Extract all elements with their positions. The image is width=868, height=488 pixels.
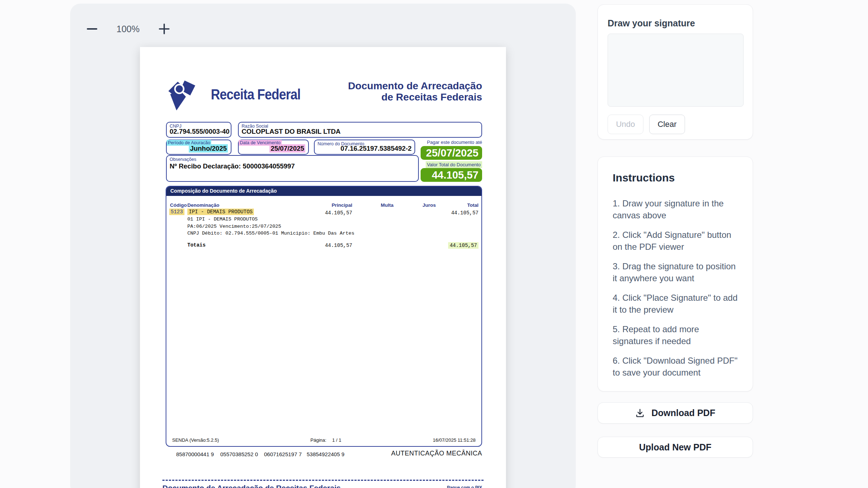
- zoom-in-button[interactable]: [156, 21, 172, 37]
- pdf-viewer-panel: 100% Receita Federal Documento de Arreca…: [70, 4, 576, 488]
- instruction-step: 5. Repeat to add more signatures if need…: [613, 323, 740, 347]
- valor-total-value: 44.105,57: [421, 168, 482, 182]
- totals-principal: 44.105,57: [312, 243, 352, 248]
- pagina-label: Página:: [310, 437, 326, 443]
- download-icon: [635, 408, 645, 418]
- autenticacao-mecanica-label: AUTENTICAÇÃO MECÂNICA: [391, 450, 482, 457]
- signature-card: Draw your signature Undo Clear: [597, 4, 753, 140]
- print-timestamp: 16/07/2025 11:51:28: [433, 437, 476, 443]
- table-footer: SENDA (Versão:5.2.5) Página: 1 / 1 16/07…: [172, 437, 476, 443]
- pagina-value: 1 / 1: [332, 437, 341, 443]
- signature-canvas[interactable]: [608, 34, 744, 107]
- barcode-number: 06071625197 7: [264, 451, 302, 457]
- col-header-principal: Principal: [312, 202, 352, 208]
- field-razao-value: COLOPLAST DO BRASIL LTDA: [242, 128, 478, 136]
- senda-version: SENDA (Versão:5.2.5): [172, 437, 219, 443]
- row-denominacao: IPI - DEMAIS PRODUTOS: [187, 209, 254, 215]
- instructions-card: Instructions 1. Draw your signature in t…: [597, 157, 753, 391]
- download-pdf-button[interactable]: Download PDF: [597, 402, 753, 424]
- app-root: 100% Receita Federal Documento de Arreca…: [0, 0, 868, 488]
- zoom-level: 100%: [116, 24, 140, 34]
- field-numero-value: 07.16.25197.5385492-2: [318, 145, 412, 153]
- zoom-out-button[interactable]: [84, 21, 100, 37]
- row-codigo: 5123: [169, 209, 184, 215]
- signature-card-title: Draw your signature: [608, 18, 743, 29]
- undo-button[interactable]: Undo: [608, 115, 643, 134]
- row-detail-line: CNPJ Débito: 02.794.555/0005-01 Municipi…: [187, 230, 354, 237]
- pagar-ate-value: 25/07/2025: [421, 146, 482, 160]
- document-title-line1: Documento de Arrecadação: [348, 80, 482, 91]
- instruction-step: 1. Draw your signature in the canvas abo…: [613, 197, 740, 221]
- col-header-multa: Multa: [354, 202, 393, 208]
- composition-section-title: Composição do Documento de Arrecadação: [166, 186, 482, 196]
- barcode-number: 05570385252 0: [220, 451, 258, 457]
- row-detail-line: 01 IPI - DEMAIS PRODUTOS: [187, 216, 354, 223]
- field-cnpj: CNPJ 02.794.555/0003-40: [166, 122, 231, 138]
- col-header-total: Total: [439, 202, 478, 208]
- instruction-step: 6. Click "Download Signed PDF" to save y…: [613, 355, 740, 378]
- receita-federal-logo-text: Receita Federal: [211, 86, 301, 103]
- pagar-ate-label: Pagar este documento até: [427, 140, 482, 145]
- col-header-denominacao: Denominação: [187, 202, 220, 208]
- pix-label: Pague com o PIX: [447, 485, 482, 488]
- field-data-vencimento: Data de Vencimento 25/07/2025: [238, 140, 309, 155]
- col-header-juros: Juros: [396, 202, 436, 208]
- row-details: 01 IPI - DEMAIS PRODUTOS PA:06/2025 Venc…: [187, 216, 354, 237]
- minus-icon: [87, 28, 97, 30]
- valor-total-label: Valor Total do Documento: [426, 161, 482, 168]
- totals-total: 44.105,57: [448, 242, 478, 249]
- zoom-controls: 100%: [84, 19, 172, 39]
- row-detail-line: PA:06/2025 Vencimento:25/07/2025: [187, 223, 354, 230]
- instruction-step: 2. Click "Add Signature" button on the P…: [613, 229, 740, 253]
- field-observacoes: Observações Nº Recibo Declaração: 500003…: [166, 155, 419, 182]
- clear-button[interactable]: Clear: [649, 115, 685, 134]
- plus-icon: [158, 23, 170, 35]
- composition-table: Composição do Documento de Arrecadação C…: [166, 186, 482, 447]
- field-periodo-value: Junho/2025: [189, 144, 228, 153]
- next-section-title: Documento de Arrecadação de Receitas Fed…: [162, 484, 341, 488]
- field-numero-documento: Número do Documento 07.16.25197.5385492-…: [314, 140, 415, 155]
- field-obs-label: Observações: [170, 157, 196, 162]
- barcode-number: 85870000441 9: [176, 451, 214, 457]
- receita-federal-logo-icon: [165, 77, 201, 112]
- document-title: Documento de Arrecadação de Receitas Fed…: [348, 80, 482, 103]
- upload-new-pdf-label: Upload New PDF: [639, 442, 711, 453]
- field-razao-social: Razão Social COLOPLAST DO BRASIL LTDA: [238, 122, 482, 138]
- instructions-title: Instructions: [613, 171, 739, 184]
- instructions-steps: 1. Draw your signature in the canvas abo…: [613, 197, 739, 378]
- row-total: 44.105,57: [439, 210, 478, 216]
- field-obs-value: Nº Recibo Declaração: 50000364055997: [170, 162, 415, 170]
- document-title-line2: de Receitas Federais: [348, 91, 482, 103]
- row-principal: 44.105,57: [312, 210, 352, 216]
- barcode-number: 53854922405 9: [307, 451, 344, 457]
- tear-off-dashed-line: [162, 480, 484, 481]
- download-pdf-label: Download PDF: [651, 408, 715, 418]
- upload-new-pdf-button[interactable]: Upload New PDF: [597, 437, 753, 458]
- field-cnpj-value: 02.794.555/0003-40: [170, 128, 228, 136]
- instruction-step: 3. Drag the signature to position it any…: [613, 260, 740, 284]
- pdf-page: Receita Federal Documento de Arrecadação…: [140, 47, 506, 488]
- instruction-step: 4. Click "Place Signature" to add it to …: [613, 292, 740, 316]
- col-header-codigo: Código: [170, 202, 187, 208]
- field-periodo-apuracao: Período de Apuração Junho/2025: [166, 140, 231, 155]
- field-vencimento-value: 25/07/2025: [269, 144, 305, 153]
- totals-label: Totais: [187, 242, 205, 248]
